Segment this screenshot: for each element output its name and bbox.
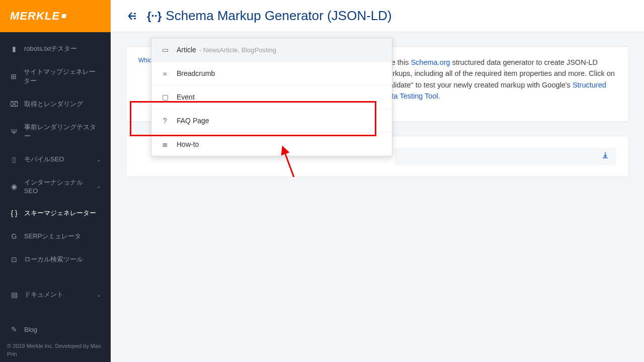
dropdown-item-hint: - NewsArticle, BlogPosting xyxy=(199,46,276,54)
docs-icon: ▤ xyxy=(10,291,18,299)
sidebar-item-label: SERPシミュレータ xyxy=(24,232,81,241)
dropdown-item[interactable]: ?FAQ Page xyxy=(151,109,392,133)
dropdown-list: ▭Article- NewsArticle, BlogPosting»Bread… xyxy=(151,38,392,156)
sidebar-item-label: Blog xyxy=(24,326,37,333)
sidebar-item[interactable]: ⊡ローカル検索ツール xyxy=(0,248,111,271)
dropdown-item-label: Event xyxy=(177,93,195,101)
sidebar-item-label: ドキュメント xyxy=(24,290,63,299)
dropdown-item[interactable]: »Breadcrumb xyxy=(151,62,392,85)
sidebar-item[interactable]: { }スキーマジェネレーター xyxy=(0,202,111,225)
local-icon: ⊡ xyxy=(10,255,18,263)
chevron-down-icon: ⌄ xyxy=(97,184,101,189)
sidebar: MERKLE ▮robots.txtテスター⊞サイトマップジェネレーター⌧取得と… xyxy=(0,0,111,362)
schema-braces-icon: {··} xyxy=(147,10,162,23)
dropdown-item[interactable]: ▭Article- NewsArticle, BlogPosting xyxy=(151,38,392,62)
sidebar-item[interactable]: ⌧取得とレンダリング xyxy=(0,93,111,116)
sidebar-item[interactable]: ▤ドキュメント⌄ xyxy=(0,283,111,306)
sidebar-item[interactable]: ▯モバイルSEO⌄ xyxy=(0,148,111,171)
sidebar-item[interactable]: ◉インターナショナルSEO⌄ xyxy=(0,171,111,202)
sidebar-item[interactable]: ⊞サイトマップジェネレーター xyxy=(0,60,111,93)
sidebar-item-label: モバイルSEO xyxy=(24,155,64,164)
dropdown-item[interactable]: ≣How-to xyxy=(151,133,392,156)
sidebar-item-label: 取得とレンダリング xyxy=(24,100,83,109)
sidebar-item[interactable]: Ψ事前レンダリングテスター xyxy=(0,116,111,148)
event-icon: ▢ xyxy=(160,93,170,102)
article-icon: ▭ xyxy=(160,45,170,54)
dropdown-item-label: FAQ Page xyxy=(177,117,209,125)
page-title: Schema Markup Generator (JSON-LD) xyxy=(166,8,391,24)
sidebar-item-label: 事前レンダリングテスター xyxy=(24,123,101,141)
chevron-down-icon: ⌄ xyxy=(97,292,101,298)
sidebar-item-label: インターナショナルSEO xyxy=(24,178,97,195)
footer-text: © 2019 Merkle Inc. Developed by Max Prin xyxy=(0,337,111,362)
page-header: {··} Schema Markup Generator (JSON-LD) xyxy=(111,0,644,32)
serp-icon: G xyxy=(10,232,18,240)
description-text: Use this Schema.org structured data gene… xyxy=(382,57,616,102)
code-toolbar xyxy=(395,147,616,165)
dropdown-item-label: Breadcrumb xyxy=(177,69,215,77)
sidebar-nav: ▮robots.txtテスター⊞サイトマップジェネレーター⌧取得とレンダリングΨ… xyxy=(0,32,111,340)
faq-icon: ? xyxy=(160,116,170,125)
sidebar-item-label: ローカル検索ツール xyxy=(24,255,83,264)
dropdown-item[interactable]: ▢Event xyxy=(151,85,392,109)
brand-logo[interactable]: MERKLE xyxy=(0,0,111,32)
globe-icon: ◉ xyxy=(10,183,18,191)
breadcrumb-icon: » xyxy=(160,69,170,78)
mobile-icon: ▯ xyxy=(10,155,18,163)
sidebar-item-label: robots.txtテスター xyxy=(24,44,77,53)
schema-dropdown[interactable]: ▭Article- NewsArticle, BlogPosting»Bread… xyxy=(151,38,392,156)
logo-accent-icon xyxy=(61,14,66,18)
chevron-down-icon: ⌄ xyxy=(97,157,101,162)
schema-icon: { } xyxy=(10,209,18,217)
desc-end: . xyxy=(438,92,440,100)
prerender-icon: Ψ xyxy=(10,128,18,136)
sidebar-item-label: サイトマップジェネレーター xyxy=(24,67,101,85)
dropdown-item-label: How-to xyxy=(177,140,199,148)
howto-icon: ≣ xyxy=(160,140,170,149)
download-icon[interactable] xyxy=(601,151,609,161)
dropdown-item-label: Article xyxy=(177,46,196,54)
sidebar-item[interactable]: GSERPシミュレータ xyxy=(0,225,111,248)
file-icon: ▮ xyxy=(10,45,18,53)
fetch-icon: ⌧ xyxy=(10,100,18,108)
back-button[interactable] xyxy=(121,6,141,26)
sidebar-item[interactable]: ▮robots.txtテスター xyxy=(0,37,111,60)
brand-text: MERKLE xyxy=(10,10,60,23)
sitemap-icon: ⊞ xyxy=(10,72,18,80)
schema-org-link[interactable]: Schema.org xyxy=(411,58,450,66)
blog-icon: ✎ xyxy=(10,325,18,333)
sidebar-item-label: スキーマジェネレーター xyxy=(24,209,96,218)
